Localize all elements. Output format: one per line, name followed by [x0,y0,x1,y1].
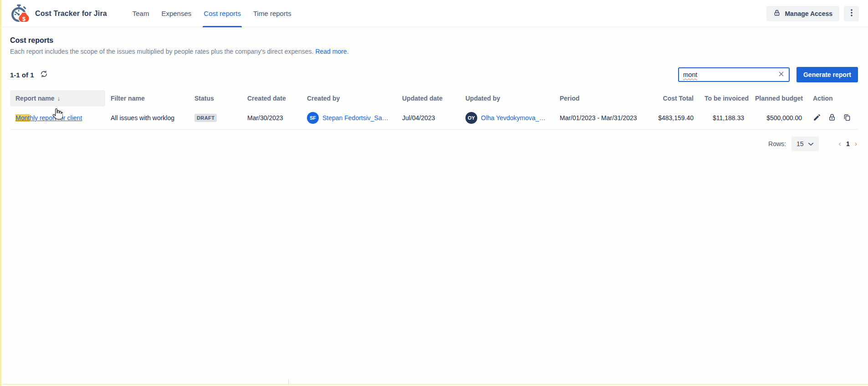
column-header-status[interactable]: Status [189,90,242,107]
report-link[interactable]: Monthly report for client [15,114,82,122]
pager: ‹ 1 › [838,140,858,148]
edit-report-button[interactable] [813,113,821,123]
tab-time-reports[interactable]: Time reports [253,0,291,27]
cell-filter-name: All issues with worklog [105,107,189,130]
cell-period: Mar/01/2023 - Mar/31/2023 [554,107,651,130]
toolbar-row: 1-1 of 1 mont [10,67,858,82]
column-header-created-date[interactable]: Created date [242,90,301,107]
window-edge-strip [0,0,1,386]
cell-updated-by: OY Olha Yevdokymova_Saa... [460,107,554,130]
rows-per-page-label: Rows: [768,140,786,147]
cell-planned-budget: $500,000.00 [750,107,807,130]
cell-report-name: Monthly report for client [10,107,105,130]
pagination-row: Rows: 15 ‹ 1 › [10,137,858,151]
avatar-created-by[interactable]: SF [307,112,319,124]
refresh-button[interactable] [40,70,48,79]
search-input[interactable]: mont [678,67,790,82]
cell-to-be-invoiced: $11,188.33 [699,107,750,130]
cell-status: DRAFT [189,107,242,130]
column-header-action: Action [807,90,858,107]
lock-report-button[interactable] [828,113,836,123]
close-icon [778,71,785,79]
copy-icon [843,113,851,123]
clone-report-button[interactable] [843,113,851,123]
column-header-period[interactable]: Period [554,90,651,107]
table-row: Monthly report for client All issues wit… [10,107,858,130]
manage-access-button[interactable]: Manage Access [766,6,839,21]
tab-cost-reports[interactable]: Cost reports [204,0,241,27]
page-title: Cost reports [10,36,858,45]
next-page-button[interactable]: › [854,140,858,148]
topbar-actions: Manage Access [766,6,859,21]
cost-reports-page: Cost reports Each report includes the sc… [0,27,868,151]
cell-created-date: Mar/30/2023 [242,107,301,130]
cell-actions [807,107,858,130]
manage-access-label: Manage Access [785,10,832,17]
chevron-right-icon: › [855,140,857,147]
kebab-menu-icon [848,9,855,18]
column-header-to-be-invoiced[interactable]: To be invoiced [699,90,750,107]
app-title: Cost Tracker for Jira [35,10,107,18]
table-header-row: Report name↓ Filter name Status Created … [10,90,858,107]
column-header-report-name[interactable]: Report name↓ [10,90,105,107]
top-navigation-bar: $ Cost Tracker for Jira Team Expenses Co… [0,0,868,27]
app-brand: $ Cost Tracker for Jira [9,4,107,24]
search-match-highlight: Mont [15,114,30,122]
search-input-value: mont [683,71,778,78]
result-count: 1-1 of 1 [10,71,34,79]
more-options-button[interactable] [844,6,859,21]
tab-team[interactable]: Team [133,0,149,27]
clear-search-button[interactable] [778,71,785,79]
previous-page-button[interactable]: ‹ [838,140,842,148]
lock-icon [828,113,836,123]
column-header-planned-budget[interactable]: Planned budget [750,90,807,107]
sort-descending-icon: ↓ [57,95,61,102]
cell-cost-total: $483,159.40 [651,107,699,130]
updated-by-user-link[interactable]: Olha Yevdokymova_Saa... [481,114,549,122]
status-badge: DRAFT [194,114,217,122]
window-bottom-line [0,384,868,385]
cell-updated-date: Jul/04/2023 [397,107,460,130]
svg-text:$: $ [22,15,26,22]
chevron-left-icon: ‹ [839,140,841,147]
cost-reports-table: Report name↓ Filter name Status Created … [10,90,858,130]
generate-report-button[interactable]: Generate report [797,67,858,82]
toolbar-right: mont Generate report [678,67,858,82]
pencil-icon [813,113,821,123]
column-header-filter-name[interactable]: Filter name [105,90,189,107]
lock-icon [773,9,781,18]
page-description: Each report includes the scope of the is… [10,48,858,55]
column-header-updated-date[interactable]: Updated date [397,90,460,107]
cost-tracker-logo-icon: $ [9,4,29,24]
cell-created-by: SF Stepan Fedortsiv_SaaSJet [301,107,397,130]
column-header-created-by[interactable]: Created by [301,90,397,107]
read-more-link[interactable]: Read more. [315,48,348,55]
refresh-icon [40,70,48,79]
chevron-down-icon [808,140,814,147]
result-count-wrap: 1-1 of 1 [10,70,48,79]
tab-expenses[interactable]: Expenses [161,0,191,27]
window-bottom-tick [288,380,289,385]
rows-per-page-select[interactable]: 15 [791,137,819,151]
avatar-updated-by[interactable]: OY [465,112,477,124]
main-nav-tabs: Team Expenses Cost reports Time reports [133,0,291,27]
column-header-updated-by[interactable]: Updated by [460,90,554,107]
column-header-cost-total[interactable]: Cost Total [651,90,699,107]
created-by-user-link[interactable]: Stepan Fedortsiv_SaaSJet [322,114,391,122]
current-page-number[interactable]: 1 [846,140,850,147]
